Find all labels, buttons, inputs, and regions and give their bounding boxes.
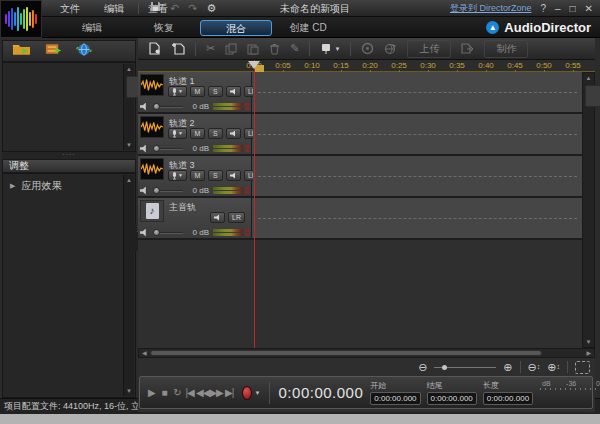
volume-slider[interactable] — [153, 232, 183, 234]
upload-button[interactable]: 上传 — [407, 40, 451, 58]
go-to-start-button[interactable]: |◀ — [183, 387, 196, 398]
scroll-right-icon[interactable]: ▶ — [586, 349, 591, 358]
zoom-in-horizontal-icon[interactable]: ⊕ — [503, 361, 512, 373]
tab-mix[interactable]: 混合 — [200, 20, 272, 36]
solo-button[interactable]: S — [208, 86, 223, 97]
record-arm-button[interactable]: ▼ — [168, 128, 187, 139]
track-volume-button[interactable] — [226, 128, 241, 139]
rewind-button[interactable]: ◀◀ — [196, 387, 209, 398]
volume-knob[interactable] — [153, 145, 160, 152]
record-dropdown-icon[interactable]: ▼ — [255, 390, 261, 396]
speaker-icon[interactable] — [140, 187, 148, 195]
scroll-up-icon[interactable]: ▲ — [124, 66, 134, 72]
produce-disc-icon[interactable] — [361, 42, 374, 55]
timeline-ruler[interactable]: 0:000:050:100:150:200:250:300:350:400:45… — [138, 60, 595, 72]
import-media-folder-icon[interactable] — [12, 42, 31, 60]
track-lane[interactable] — [253, 114, 582, 154]
zoom-slider-knob[interactable] — [442, 365, 447, 370]
loop-button[interactable]: ↻ — [171, 387, 184, 398]
download-from-directorzone-icon[interactable] — [76, 42, 92, 61]
share-online-icon[interactable] — [384, 42, 397, 55]
scrollbar-thumb[interactable] — [150, 350, 542, 356]
fast-forward-button[interactable]: ▶▶ — [209, 387, 222, 398]
import-from-library-icon[interactable] — [44, 42, 63, 60]
maximize-button[interactable]: □ — [570, 3, 576, 14]
mute-button[interactable]: M — [190, 170, 205, 181]
volume-slider[interactable] — [153, 148, 183, 150]
export-file-icon[interactable] — [461, 42, 474, 55]
save-icon[interactable] — [150, 0, 161, 17]
zoom-slider[interactable] — [434, 367, 496, 368]
end-field-value[interactable]: 0:00:00.000 — [427, 392, 477, 405]
timeline-horizontal-scrollbar[interactable]: ◀ ▶ — [138, 348, 595, 358]
scrollbar-thumb[interactable] — [585, 85, 600, 107]
track-lane[interactable] — [253, 156, 582, 196]
volume-knob[interactable] — [153, 229, 160, 236]
track-lane[interactable] — [253, 72, 582, 112]
track-pan-button[interactable]: LR — [228, 212, 245, 223]
zoom-in-vertical-icon[interactable]: ⊕↕ — [547, 361, 560, 373]
new-project-button[interactable] — [149, 42, 161, 55]
go-to-end-button[interactable]: ▶| — [223, 387, 236, 398]
produce-button[interactable]: 制作 — [484, 40, 528, 58]
help-button[interactable]: ? — [540, 3, 546, 14]
record-arm-button[interactable]: ▼ — [168, 86, 187, 97]
track-volume-button[interactable] — [226, 86, 241, 97]
playhead-marker[interactable] — [248, 61, 260, 75]
panel-splitter[interactable]: ···· — [2, 152, 136, 159]
length-field-value[interactable]: 0:00:00.000 — [483, 392, 533, 405]
import-audio-button[interactable] — [171, 42, 185, 55]
paste-button[interactable] — [247, 43, 259, 55]
scroll-up-icon[interactable]: ▲ — [583, 75, 594, 81]
expand-icon[interactable]: ▶ — [10, 182, 15, 190]
speaker-icon[interactable] — [140, 103, 148, 111]
minimize-button[interactable]: – — [555, 3, 561, 14]
volume-knob[interactable] — [153, 187, 160, 194]
stop-button[interactable]: ■ — [158, 387, 171, 398]
zoom-out-vertical-icon[interactable]: ⊖↕ — [528, 361, 541, 373]
scroll-left-icon[interactable]: ◀ — [142, 349, 147, 358]
library-scrollbar[interactable]: ▲ ▼ — [123, 64, 134, 150]
solo-button[interactable]: S — [208, 170, 223, 181]
playhead-line[interactable] — [254, 60, 255, 348]
volume-slider[interactable] — [153, 106, 183, 108]
tab-restore[interactable]: 恢复 — [128, 20, 200, 36]
solo-button[interactable]: S — [208, 128, 223, 139]
redo-icon[interactable]: ↷ — [188, 0, 197, 17]
mute-button[interactable]: M — [190, 86, 205, 97]
speaker-icon[interactable] — [140, 229, 148, 237]
menu-file[interactable]: 文件 — [48, 2, 92, 16]
add-marker-button[interactable]: ▼ — [320, 43, 340, 55]
volume-slider[interactable] — [153, 190, 183, 192]
effects-scrollbar[interactable]: ▲ ▼ — [123, 175, 134, 396]
record-arm-button[interactable]: ▼ — [168, 170, 187, 181]
fit-timeline-button[interactable] — [575, 361, 590, 374]
media-library-list[interactable]: ▲ ▼ — [2, 62, 136, 152]
zoom-out-horizontal-icon[interactable]: ⊖ — [418, 361, 427, 373]
menu-edit[interactable]: 编辑 — [92, 2, 136, 16]
delete-button[interactable] — [269, 43, 280, 55]
pen-tool-button[interactable]: ✎ — [290, 42, 299, 55]
track-volume-button[interactable] — [226, 170, 241, 181]
track-lane[interactable] — [253, 198, 582, 238]
scroll-up-icon[interactable]: ▲ — [124, 177, 134, 183]
start-field-value[interactable]: 0:00:00.000 — [370, 392, 420, 405]
play-button[interactable]: ▶ — [145, 387, 158, 398]
volume-knob[interactable] — [153, 103, 160, 110]
scroll-down-icon[interactable]: ▼ — [124, 142, 134, 148]
speaker-icon[interactable] — [140, 145, 148, 153]
track-volume-button[interactable] — [210, 212, 225, 223]
tab-edit[interactable]: 编辑 — [56, 20, 128, 36]
timeline-vertical-scrollbar[interactable]: ▲ ▼ — [582, 72, 595, 348]
close-button[interactable]: ✕ — [585, 3, 593, 14]
tab-create-cd[interactable]: 创建 CD — [272, 20, 344, 36]
apply-effects-item[interactable]: ▶ 应用效果 — [3, 174, 135, 193]
record-button[interactable] — [242, 386, 252, 400]
cut-button[interactable]: ✂ — [206, 42, 215, 55]
scroll-down-icon[interactable]: ▼ — [583, 339, 594, 345]
mute-button[interactable]: M — [190, 128, 205, 139]
undo-icon[interactable]: ↶ — [170, 0, 179, 17]
directorzone-login-link[interactable]: 登录到 DirectorZone — [450, 2, 532, 15]
scroll-down-icon[interactable]: ▼ — [124, 388, 134, 394]
copy-button[interactable] — [225, 43, 237, 55]
